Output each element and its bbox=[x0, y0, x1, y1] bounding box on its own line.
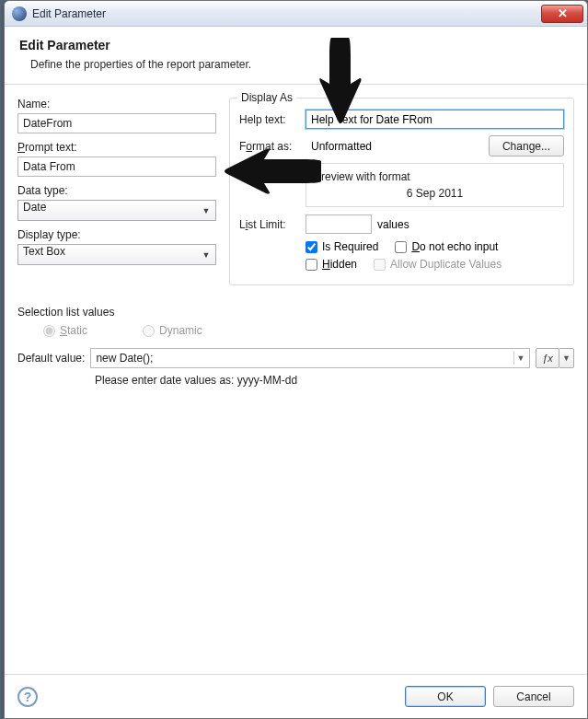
default-value-label: Default value: bbox=[17, 352, 85, 365]
help-icon[interactable]: ? bbox=[17, 687, 38, 707]
static-radio: Static bbox=[43, 324, 87, 337]
prompt-label: Prompt text: bbox=[17, 141, 216, 154]
datatype-label: Data type: bbox=[17, 184, 216, 197]
display-as-group: Display As Help text: Format as: Unforma… bbox=[229, 98, 574, 285]
displaytype-select[interactable]: Text Box bbox=[17, 244, 216, 265]
default-value-hint: Please enter date values as: yyyy-MM-dd bbox=[5, 368, 587, 387]
preview-label: Preview with format bbox=[314, 170, 556, 183]
fx-button[interactable]: ƒx bbox=[536, 348, 559, 368]
page-title: Edit Parameter bbox=[19, 38, 572, 52]
list-limit-field[interactable] bbox=[306, 215, 372, 234]
app-icon bbox=[12, 6, 27, 21]
dialog-window: Edit Parameter ✕ Edit Parameter Define t… bbox=[4, 0, 588, 719]
no-echo-checkbox[interactable]: Do not echo input bbox=[395, 240, 498, 253]
hidden-checkbox[interactable]: Hidden bbox=[306, 258, 357, 271]
prompt-field[interactable] bbox=[17, 157, 216, 177]
ok-button[interactable]: OK bbox=[405, 686, 486, 707]
selection-list-label: Selection list values bbox=[17, 306, 574, 319]
list-limit-suffix: values bbox=[377, 218, 409, 231]
fx-dropdown-icon[interactable]: ▼ bbox=[559, 348, 574, 368]
list-limit-label: List Limit: bbox=[239, 218, 306, 231]
is-required-checkbox[interactable]: Is Required bbox=[306, 240, 378, 253]
datatype-select[interactable]: Date bbox=[17, 200, 216, 221]
name-field[interactable] bbox=[17, 113, 216, 133]
displaytype-label: Display type: bbox=[17, 228, 216, 241]
group-legend: Display As bbox=[237, 91, 296, 104]
cancel-button[interactable]: Cancel bbox=[493, 686, 574, 707]
preview-box: Preview with format 6 Sep 2011 bbox=[306, 163, 564, 207]
help-text-field[interactable] bbox=[306, 110, 564, 129]
chevron-down-icon[interactable]: ▼ bbox=[513, 351, 527, 365]
allow-duplicate-checkbox: Allow Duplicate Values bbox=[374, 258, 502, 271]
close-icon[interactable]: ✕ bbox=[541, 5, 583, 23]
default-value-field[interactable] bbox=[90, 348, 530, 368]
dialog-footer: ? OK Cancel bbox=[5, 674, 587, 718]
name-label: Name: bbox=[17, 98, 216, 110]
window-title: Edit Parameter bbox=[32, 7, 541, 20]
selection-list-section: Selection list values Static Dynamic bbox=[5, 300, 587, 341]
format-as-value: Unformatted bbox=[306, 140, 489, 153]
change-button[interactable]: Change... bbox=[489, 135, 564, 157]
right-column: Display As Help text: Format as: Unforma… bbox=[229, 98, 574, 295]
help-text-label: Help text: bbox=[239, 113, 306, 126]
dynamic-radio: Dynamic bbox=[143, 324, 202, 337]
left-column: Name: Prompt text: Data type: Date ▼ Dis… bbox=[17, 98, 216, 295]
titlebar[interactable]: Edit Parameter ✕ bbox=[5, 1, 587, 27]
format-as-label: Format as: bbox=[239, 140, 306, 153]
dialog-header: Edit Parameter Define the properties of … bbox=[5, 27, 587, 85]
preview-value: 6 Sep 2011 bbox=[314, 187, 556, 200]
page-subtitle: Define the properties of the report para… bbox=[30, 58, 572, 71]
